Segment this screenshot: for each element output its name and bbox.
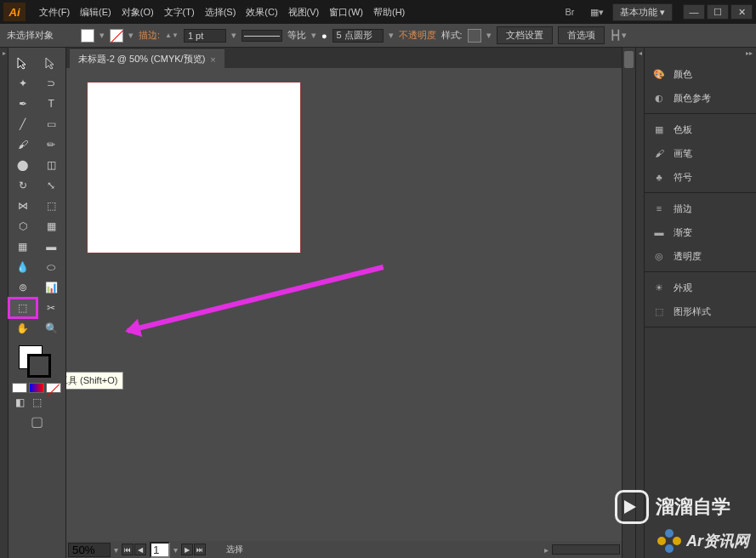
panel-symbols[interactable]: ♣符号 (645, 165, 756, 189)
pen-tool[interactable]: ✒ (9, 94, 37, 114)
document-tab[interactable]: 未标题-2 @ 50% (CMYK/预览) × (70, 49, 225, 68)
rectangle-tool[interactable]: ▭ (37, 114, 66, 134)
fill-swatch[interactable] (81, 29, 94, 43)
panel-swatches[interactable]: ▦色板 (645, 117, 756, 141)
panel-brushes[interactable]: 🖌画笔 (645, 141, 756, 165)
panel-appearance[interactable]: ☀外观 (645, 276, 756, 299)
color-mode-icon[interactable] (12, 383, 27, 393)
perspective-grid-tool[interactable]: ▦ (37, 216, 66, 236)
menu-type[interactable]: 文字(T) (159, 3, 200, 22)
prev-artboard-button[interactable]: ◀ (134, 544, 146, 555)
last-artboard-button[interactable]: ⏭ (194, 544, 206, 555)
column-graph-tool[interactable]: 📊 (37, 277, 66, 298)
menu-edit[interactable]: 编辑(E) (75, 3, 117, 22)
gradient-icon: ▬ (651, 225, 667, 240)
line-tool[interactable]: ╱ (9, 114, 37, 134)
gradient-tool[interactable]: ▬ (37, 236, 66, 257)
right-gutter[interactable]: ◂ (635, 48, 644, 558)
maximize-button[interactable]: ☐ (707, 4, 729, 20)
v-scrollbar[interactable] (622, 48, 635, 558)
type-tool[interactable]: T (37, 94, 66, 114)
panel-color[interactable]: 🎨颜色 (645, 62, 756, 86)
menu-view[interactable]: 视图(V) (283, 3, 325, 22)
first-artboard-button[interactable]: ⏮ (122, 544, 134, 555)
rotate-tool[interactable]: ↻ (9, 175, 37, 196)
selection-tool[interactable] (9, 53, 37, 73)
fill-stroke-control[interactable] (9, 345, 65, 376)
eraser-tool[interactable]: ◫ (37, 155, 66, 175)
arrange-button[interactable]: ▦▾ (585, 3, 609, 20)
blend-tool[interactable]: ⬭ (37, 257, 66, 277)
pencil-tool[interactable]: ✏ (37, 134, 66, 155)
status-bar: ▾ ⏮ ◀ ▾ ▶ ⏭ 选择 ▸ (66, 541, 622, 558)
transparency-icon: ◎ (651, 248, 667, 264)
appearance-icon: ☀ (651, 280, 667, 295)
symbol-sprayer-tool[interactable]: ⊚ (9, 277, 37, 298)
graphic-styles-icon: ⬚ (651, 304, 667, 319)
direct-selection-tool[interactable] (37, 53, 66, 73)
artboard-tool[interactable]: ⬚ (9, 298, 37, 318)
panel-dock: ▸▸ 🎨颜色 ◐颜色参考 ▦色板 🖌画笔 ♣符号 ≡描边 ▬渐变 ◎透明度 ☀外… (644, 48, 756, 558)
brushes-icon: 🖌 (651, 145, 667, 161)
tab-close-icon[interactable]: × (210, 54, 215, 65)
menu-object[interactable]: 对象(O) (117, 3, 159, 22)
stroke-weight-input[interactable] (184, 29, 226, 43)
panel-stroke[interactable]: ≡描边 (645, 196, 756, 220)
workspace-dropdown[interactable]: 基本功能 ▾ (612, 3, 673, 21)
opacity-label: 不透明度 (399, 29, 436, 42)
left-gutter[interactable]: ▸ (0, 48, 9, 558)
doc-setup-button[interactable]: 文档设置 (497, 26, 553, 44)
panel-graphic-styles[interactable]: ⬚图形样式 (645, 299, 756, 323)
free-transform-tool[interactable]: ⬚ (37, 196, 66, 216)
brush-input[interactable] (333, 29, 384, 43)
screen-mode-icon[interactable]: ⬚ (29, 396, 44, 408)
menu-file[interactable]: 文件(F) (34, 3, 75, 22)
stroke-label: 描边: (139, 29, 160, 42)
next-artboard-button[interactable]: ▶ (181, 544, 193, 555)
artboard-number-input[interactable] (150, 542, 170, 558)
stroke-profile[interactable] (242, 30, 282, 42)
preferences-button[interactable]: 首选项 (558, 26, 605, 44)
zoom-tool[interactable]: 🔍 (37, 318, 66, 339)
menu-effect[interactable]: 效果(C) (241, 3, 282, 22)
hand-tool[interactable]: ✋ (9, 318, 37, 339)
panel-collapse-icon[interactable]: ▸▸ (645, 48, 756, 59)
menu-help[interactable]: 帮助(H) (368, 3, 410, 22)
blob-brush-tool[interactable]: ⬤ (9, 155, 37, 175)
artboard (87, 82, 301, 253)
draw-mode-icon[interactable]: ◧ (12, 396, 27, 408)
mesh-tool[interactable]: ▦ (9, 236, 37, 257)
minimize-button[interactable]: — (683, 4, 705, 20)
style-swatch[interactable] (468, 29, 481, 43)
stroke-swatch[interactable] (110, 29, 123, 43)
zoom-input[interactable] (68, 543, 111, 557)
slice-tool[interactable]: ✂ (37, 298, 66, 318)
bridge-button[interactable]: Br (558, 3, 582, 20)
menu-select[interactable]: 选择(S) (200, 3, 242, 22)
magic-wand-tool[interactable]: ✦ (9, 73, 37, 94)
color-guide-icon: ◐ (651, 90, 667, 105)
shape-builder-tool[interactable]: ⬡ (9, 216, 37, 236)
selection-status: 未选择对象 (7, 29, 54, 42)
panel-transparency[interactable]: ◎透明度 (645, 244, 756, 268)
panel-gradient[interactable]: ▬渐变 (645, 220, 756, 244)
control-bar: 未选择对象 ▾ ▾ 描边: ▲▼ ▾ 等比 ▾ ● ▾ 不透明度 样式: ▾ 文… (0, 24, 756, 48)
toolbox: ✦ ⊃ ✒ T ╱ ▭ 🖌 ✏ ⬤ ◫ ↻ ⤡ ⋈ ⬚ ⬡ ▦ (9, 48, 66, 558)
scale-tool[interactable]: ⤡ (37, 175, 66, 196)
gradient-mode-icon[interactable] (29, 383, 44, 393)
eyedropper-tool[interactable]: 💧 (9, 257, 37, 277)
panel-color-guide[interactable]: ◐颜色参考 (645, 86, 756, 110)
workspace-label: 基本功能 (620, 7, 657, 17)
none-mode-icon[interactable] (46, 383, 61, 393)
width-tool[interactable]: ⋈ (9, 196, 37, 216)
paintbrush-tool[interactable]: 🖌 (9, 134, 37, 155)
h-scrollbar[interactable] (552, 544, 620, 555)
close-button[interactable]: ✕ (730, 4, 753, 20)
menu-window[interactable]: 窗口(W) (324, 3, 368, 22)
lasso-tool[interactable]: ⊃ (37, 73, 66, 94)
change-screen-mode[interactable]: ▢ (9, 413, 65, 430)
main-menu: 文件(F) 编辑(E) 对象(O) 文字(T) 选择(S) 效果(C) 视图(V… (34, 3, 410, 22)
style-label: 样式: (441, 29, 463, 42)
canvas[interactable]: 画板工具 (Shift+O) (66, 68, 622, 541)
status-info: 选择 (226, 544, 243, 555)
